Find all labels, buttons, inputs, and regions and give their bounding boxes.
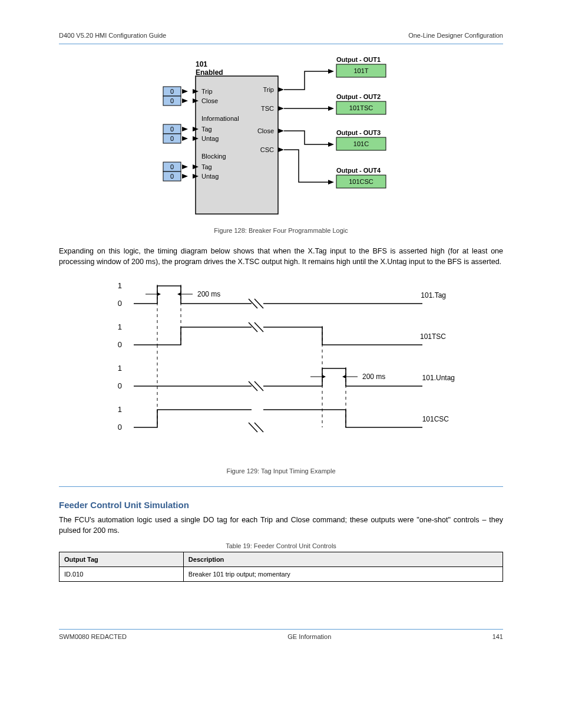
- row2-name: 101TSC: [420, 332, 446, 341]
- input-7-value: 0: [170, 173, 174, 180]
- block-diagram-figure: 101 Enabled 0 Trip 0 Close Informational…: [59, 50, 503, 221]
- svg-marker-20: [278, 106, 284, 111]
- input-4-label: Untag: [201, 135, 219, 142]
- out2-title: Output - OUT2: [336, 93, 381, 100]
- timing-diagram-svg: 1 0 101.Tag 200 ms 1 0 101TSC: [92, 273, 470, 462]
- input-0-value: 0: [170, 88, 174, 95]
- footer-center: GE Information: [287, 633, 331, 640]
- svg-marker-11: [182, 136, 188, 141]
- svg-marker-22: [278, 147, 284, 152]
- out3-value: 101C: [353, 140, 369, 147]
- input-4-value: 0: [170, 135, 174, 142]
- section-divider: [59, 486, 503, 487]
- row3-name: 101.Untag: [422, 374, 455, 382]
- group-blocking: Blocking: [201, 153, 226, 160]
- svg-marker-35: [157, 292, 161, 296]
- port-tsc: TSC: [261, 105, 274, 112]
- row3-level-1: 1: [118, 364, 122, 373]
- svg-marker-19: [278, 87, 284, 92]
- svg-marker-23: [328, 69, 334, 74]
- fcu-controls-table: Output Tag Description ID.010 Breaker 10…: [59, 552, 503, 582]
- table-header-row: Output Tag Description: [59, 552, 503, 566]
- input-3-value: 0: [170, 126, 174, 133]
- figure-129-caption: Figure 129: Tag Input Timing Example: [59, 467, 503, 475]
- out3-title: Output - OUT3: [336, 129, 381, 136]
- paragraph-2: The FCU's automation logic used a single…: [59, 515, 503, 536]
- out1-title: Output - OUT1: [336, 56, 381, 63]
- svg-line-53: [210, 423, 219, 432]
- table-19-caption: Table 19: Feeder Control Unit Controls: [59, 542, 503, 549]
- table-row: ID.010 Breaker 101 trip output; momentar…: [59, 566, 503, 581]
- paragraph-1: Expanding on this logic, the timing diag…: [59, 246, 503, 267]
- figure-128-caption: Figure 128: Breaker Four Programmable Lo…: [59, 227, 503, 234]
- table-cell-output-tag: ID.010: [59, 566, 184, 581]
- row2-level-1: 1: [118, 322, 122, 331]
- pulse-label-1: 200 ms: [197, 290, 220, 298]
- svg-marker-17: [182, 174, 188, 179]
- svg-marker-48: [342, 375, 346, 378]
- input-1-label: Close: [201, 97, 218, 104]
- svg-marker-24: [328, 106, 334, 111]
- input-0-label: Trip: [201, 88, 213, 95]
- input-6-label: Tag: [201, 163, 212, 170]
- out1-value: 101T: [353, 67, 368, 74]
- svg-marker-21: [278, 129, 284, 133]
- pulse-label-2: 200 ms: [362, 373, 385, 381]
- header-divider: [59, 44, 503, 44]
- input-6-value: 0: [170, 163, 174, 170]
- svg-marker-25: [328, 142, 334, 147]
- out4-title: Output - OUT4: [336, 167, 381, 174]
- row2-level-0: 0: [118, 340, 122, 349]
- section-heading-fcu: Feeder Control Unit Simulation: [59, 500, 503, 510]
- row4-level-0: 0: [118, 423, 122, 431]
- port-close: Close: [257, 127, 274, 134]
- block-title-2: Enabled: [196, 68, 223, 77]
- row1-level-1: 1: [118, 281, 122, 290]
- svg-marker-2: [182, 89, 188, 94]
- group-informational: Informational: [201, 115, 239, 122]
- svg-marker-26: [328, 180, 334, 185]
- row4-name: 101CSC: [422, 415, 449, 423]
- svg-marker-5: [182, 98, 188, 103]
- svg-marker-14: [182, 164, 188, 169]
- svg-marker-37: [177, 292, 181, 296]
- out2-value: 101TSC: [349, 104, 373, 111]
- row3-level-0: 0: [118, 381, 122, 390]
- port-csc: CSC: [260, 146, 274, 153]
- table-cell-description: Breaker 101 trip output; momentary: [183, 566, 503, 581]
- svg-marker-46: [322, 375, 326, 378]
- table-col-description: Description: [183, 552, 503, 566]
- row1-name: 101.Tag: [421, 291, 446, 299]
- input-1-value: 0: [170, 97, 174, 104]
- port-trip: Trip: [263, 86, 274, 93]
- header-right: One-Line Designer Configuration: [408, 32, 503, 39]
- block-title-1: 101: [196, 60, 207, 68]
- timing-diagram-figure: 1 0 101.Tag 200 ms 1 0 101TSC: [59, 273, 503, 462]
- out4-value: 101CSC: [349, 178, 373, 185]
- block-diagram-svg: 101 Enabled 0 Trip 0 Close Informational…: [151, 50, 411, 221]
- header-left: D400 V5.20 HMI Configuration Guide: [59, 32, 166, 39]
- footer-left: SWM0080 REDACTED: [59, 633, 127, 640]
- row4-level-1: 1: [118, 405, 122, 414]
- row1-level-0: 0: [118, 299, 122, 308]
- input-3-label: Tag: [201, 126, 212, 133]
- input-7-label: Untag: [201, 173, 219, 180]
- table-col-output-tag: Output Tag: [59, 552, 184, 566]
- footer-right: 141: [492, 633, 503, 640]
- svg-marker-8: [182, 127, 188, 131]
